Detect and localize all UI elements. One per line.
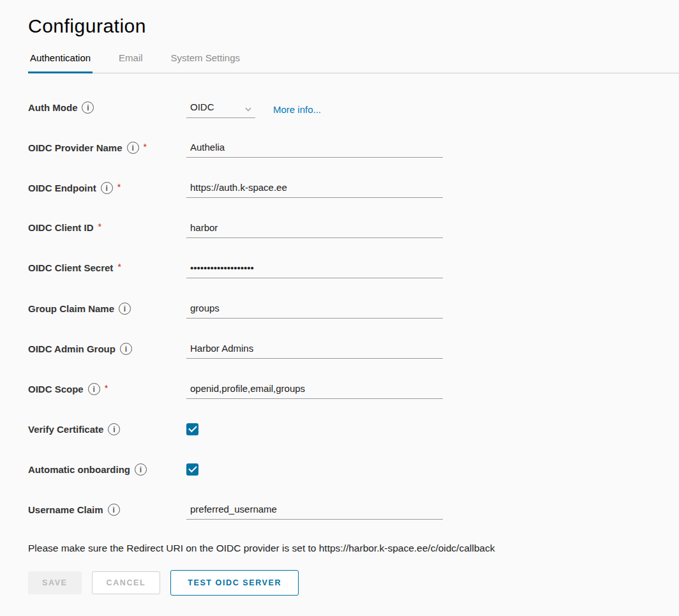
automatic-onboarding-checkbox[interactable]	[186, 463, 198, 476]
oidc-scope-label: OIDC Scope	[28, 384, 84, 394]
verify-certificate-label: Verify Certificate	[28, 424, 103, 435]
save-button[interactable]: SAVE	[28, 571, 82, 594]
field-row-oidc-client-secret: OIDC Client Secret *	[28, 261, 679, 286]
required-marker: *	[105, 383, 108, 393]
info-icon[interactable]	[82, 101, 94, 114]
info-icon[interactable]	[135, 463, 147, 476]
field-row-oidc-admin-group: OIDC Admin Group	[28, 342, 679, 366]
chevron-down-icon	[244, 105, 253, 114]
authentication-form: Auth Mode OIDC More info... OIDC Pro	[28, 100, 679, 527]
group-claim-name-label: Group Claim Name	[28, 303, 114, 314]
required-marker: *	[98, 222, 101, 232]
info-icon[interactable]	[108, 423, 120, 435]
field-row-username-claim: Username Claim	[28, 502, 679, 527]
required-marker: *	[117, 262, 121, 272]
action-button-row: SAVE CANCEL TEST OIDC SERVER	[28, 570, 679, 615]
oidc-client-id-label: OIDC Client ID	[28, 222, 94, 233]
field-row-automatic-onboarding: Automatic onboarding	[28, 462, 679, 487]
info-icon[interactable]	[88, 383, 100, 395]
username-claim-input[interactable]	[186, 502, 443, 520]
oidc-client-secret-input[interactable]	[186, 261, 443, 278]
auth-mode-selected-value: OIDC	[190, 101, 214, 112]
info-icon[interactable]	[101, 182, 113, 194]
field-row-oidc-endpoint: OIDC Endpoint *	[28, 181, 679, 206]
test-oidc-server-button[interactable]: TEST OIDC SERVER	[170, 570, 299, 596]
tab-authentication[interactable]: Authentication	[28, 52, 93, 73]
required-marker: *	[144, 142, 147, 152]
tab-system-settings[interactable]: System Settings	[169, 52, 242, 73]
field-row-oidc-scope: OIDC Scope *	[28, 382, 679, 407]
more-info-link[interactable]: More info...	[273, 104, 321, 115]
info-icon[interactable]	[120, 343, 132, 355]
cancel-button[interactable]: CANCEL	[92, 571, 161, 594]
field-row-group-claim-name: Group Claim Name	[28, 301, 679, 326]
auth-mode-select[interactable]: OIDC	[186, 100, 255, 118]
required-marker: *	[117, 182, 121, 192]
oidc-admin-group-label: OIDC Admin Group	[28, 343, 116, 354]
info-icon[interactable]	[108, 504, 120, 516]
oidc-client-id-input[interactable]	[186, 221, 443, 238]
username-claim-label: Username Claim	[28, 504, 103, 515]
tab-email[interactable]: Email	[117, 52, 145, 73]
oidc-endpoint-input[interactable]	[186, 181, 443, 198]
group-claim-name-input[interactable]	[186, 301, 443, 319]
configuration-page: Configuration Authentication Email Syste…	[0, 0, 679, 616]
oidc-provider-name-input[interactable]	[186, 140, 443, 158]
automatic-onboarding-label: Automatic onboarding	[28, 464, 130, 475]
oidc-endpoint-label: OIDC Endpoint	[28, 183, 96, 193]
info-icon[interactable]	[119, 303, 131, 315]
auth-mode-label: Auth Mode	[28, 102, 77, 113]
oidc-client-secret-label: OIDC Client Secret	[28, 262, 113, 273]
oidc-scope-input[interactable]	[186, 382, 443, 399]
field-row-oidc-client-id: OIDC Client ID *	[28, 221, 679, 246]
redirect-uri-note: Please make sure the Redirect URI on the…	[28, 543, 679, 554]
tab-bar: Authentication Email System Settings	[28, 52, 679, 73]
verify-certificate-checkbox[interactable]	[186, 423, 198, 435]
field-row-auth-mode: Auth Mode OIDC More info...	[28, 100, 679, 125]
field-row-oidc-provider-name: OIDC Provider Name *	[28, 140, 679, 165]
info-icon[interactable]	[127, 142, 139, 154]
page-title: Configuration	[28, 15, 679, 37]
oidc-provider-name-label: OIDC Provider Name	[28, 142, 123, 153]
field-row-verify-certificate: Verify Certificate	[28, 422, 679, 447]
oidc-admin-group-input[interactable]	[186, 342, 443, 359]
